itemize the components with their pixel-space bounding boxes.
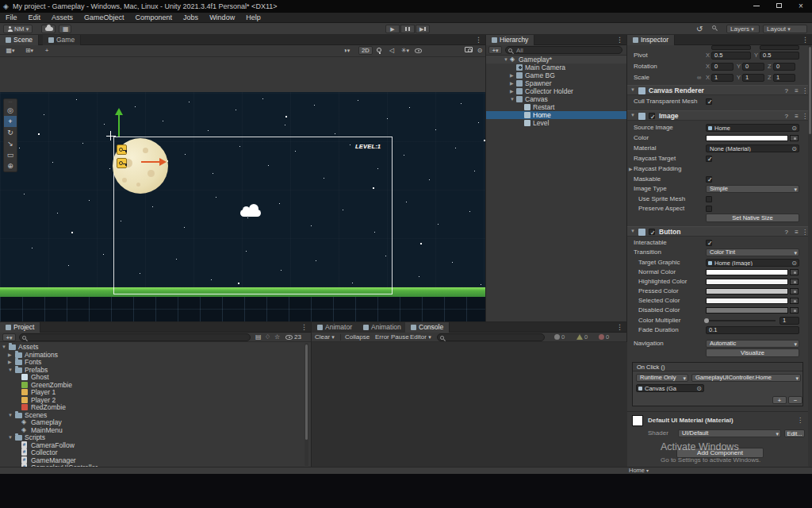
hierarchy-panel-menu-icon[interactable]: ⋮: [616, 35, 623, 45]
project-item-folder[interactable]: Scenes: [0, 411, 311, 419]
material-field[interactable]: None (Material)⊙: [706, 144, 799, 152]
color-picker-icon[interactable]: [790, 135, 799, 141]
pause-button[interactable]: [400, 25, 415, 33]
image-component-header[interactable]: Image ? ≡ ⋮: [627, 110, 812, 121]
tab-animation[interactable]: Animation: [358, 322, 408, 333]
hierarchy-item[interactable]: Main Camera: [486, 64, 626, 71]
event-function-dropdown[interactable]: GameplayUIController.Home: [691, 374, 801, 382]
hierarchy-item[interactable]: Spawner: [486, 79, 626, 87]
menu-assets[interactable]: Assets: [46, 13, 79, 23]
menu-edit[interactable]: Edit: [23, 13, 47, 23]
normal-color-swatch[interactable]: [706, 269, 788, 275]
project-search-field[interactable]: [19, 333, 251, 341]
add-event-button[interactable]: +: [772, 396, 787, 404]
hierarchy-item-selected[interactable]: Home: [486, 111, 626, 119]
rotation-y-field[interactable]: 0: [742, 63, 764, 71]
hierarchy-search-field[interactable]: [505, 46, 622, 54]
raycast-target-checkbox[interactable]: [706, 156, 712, 162]
project-item-prefab[interactable]: Player 2: [0, 396, 311, 404]
hierarchy-item[interactable]: Level: [486, 119, 626, 127]
scale-y-field[interactable]: 1: [742, 74, 764, 82]
add-component-button[interactable]: Add Component: [676, 448, 764, 458]
view-tool-button[interactable]: ◎: [4, 105, 17, 116]
pivot-x-field[interactable]: 0.5: [711, 52, 751, 60]
menu-component[interactable]: Component: [130, 13, 178, 23]
account-dropdown[interactable]: NM ▾: [3, 25, 33, 33]
create-object-button[interactable]: +▾: [488, 46, 502, 54]
help-icon[interactable]: ?: [785, 227, 788, 237]
navigation-dropdown[interactable]: Automatic: [706, 340, 799, 348]
hierarchy-item[interactable]: Canvas: [486, 95, 626, 103]
gizmo-y-axis-arrowhead[interactable]: [115, 108, 123, 115]
collapse-toggle[interactable]: Collapse: [345, 333, 370, 342]
rotate-tool-button[interactable]: ↻: [4, 127, 17, 138]
cloud-services-button[interactable]: [41, 25, 56, 33]
hidden-packages-toggle[interactable]: 23: [285, 333, 301, 342]
audio-toggle-icon[interactable]: ◁: [387, 46, 396, 56]
scale-link-icon[interactable]: ∞: [697, 73, 701, 83]
target-graphic-field[interactable]: Home (Image)⊙: [706, 259, 799, 267]
project-scrollbar[interactable]: [304, 343, 308, 466]
grid-settings-icon[interactable]: ▦▾: [3, 46, 17, 56]
transform-tool-button[interactable]: ⊕: [4, 160, 17, 171]
shader-dropdown[interactable]: UI/Default: [678, 429, 781, 437]
undo-history-icon[interactable]: ↺: [696, 25, 703, 33]
maximize-button[interactable]: [768, 0, 790, 13]
menu-help[interactable]: Help: [240, 13, 266, 23]
close-button[interactable]: ×: [790, 0, 812, 13]
event-mode-dropdown[interactable]: Runtime Only: [636, 374, 688, 382]
menu-window[interactable]: Window: [204, 13, 240, 23]
gizmo-x-axis-arrow[interactable]: [141, 161, 160, 163]
object-picker-icon[interactable]: ⊙: [791, 125, 797, 132]
rotation-z-field[interactable]: 0: [773, 63, 795, 71]
image-type-dropdown[interactable]: Simple: [706, 185, 799, 193]
more-icon[interactable]: ⋮: [797, 415, 803, 425]
maskable-checkbox[interactable]: [706, 176, 712, 183]
step-button[interactable]: ▶: [416, 25, 430, 33]
tab-hierarchy[interactable]: Hierarchy: [486, 35, 534, 45]
tab-project[interactable]: Project: [0, 322, 40, 333]
menu-gameobject[interactable]: GameObject: [79, 13, 130, 23]
project-item-folder[interactable]: Animations: [0, 351, 311, 359]
button-component-header[interactable]: Button ? ≡ ⋮: [627, 226, 812, 237]
save-search-icon[interactable]: ☆: [274, 333, 280, 342]
project-item-scene[interactable]: ◈Gameplay: [0, 418, 311, 426]
gizmos-dropdown-icon[interactable]: ⊙: [476, 46, 484, 56]
event-target-field[interactable]: Canvas (Ga⊙: [636, 384, 704, 392]
color-picker-icon[interactable]: [790, 307, 799, 314]
clear-button[interactable]: Clear ▾: [315, 333, 335, 342]
raycast-padding-row[interactable]: Raycast Padding: [627, 164, 807, 174]
project-item-prefab[interactable]: Player 1: [0, 388, 311, 396]
menu-file[interactable]: File: [0, 13, 23, 23]
scale-x-field[interactable]: 1: [711, 74, 733, 82]
project-item-script[interactable]: #CameraFollow: [0, 441, 311, 449]
version-control-button[interactable]: ▦: [59, 25, 71, 33]
shader-edit-button[interactable]: Edit...: [784, 429, 805, 437]
project-item-folder[interactable]: Assets: [0, 343, 311, 351]
scrollbar-thumb[interactable]: [305, 344, 308, 440]
visualize-button[interactable]: Visualize: [706, 348, 799, 357]
canvas-renderer-header[interactable]: Canvas Renderer ? ≡ ⋮: [627, 85, 812, 95]
hierarchy-item-scene[interactable]: ◈Gameplay*: [486, 56, 626, 64]
scene-viewport[interactable]: LEVEL:1 ⋯ ◎ + ↻ ↘ ▭ ⊕: [0, 92, 485, 356]
slider-knob[interactable]: [704, 318, 709, 323]
object-picker-icon[interactable]: ⊙: [696, 385, 702, 392]
tool-handle-icon[interactable]: +: [41, 46, 52, 56]
search-by-type-icon[interactable]: ▤: [255, 333, 262, 342]
cloud-sprite[interactable]: [240, 210, 261, 217]
tab-inspector[interactable]: Inspector: [627, 35, 675, 45]
more-icon[interactable]: ⋮: [802, 111, 808, 121]
pivot-y-field[interactable]: 0.5: [760, 52, 799, 60]
console-panel-menu-icon[interactable]: ⋮: [616, 322, 623, 333]
project-item-script[interactable]: #GameManager: [0, 456, 311, 464]
object-picker-icon[interactable]: ⊙: [791, 145, 797, 152]
layout-dropdown[interactable]: Layout ▾: [763, 25, 807, 33]
interactable-checkbox[interactable]: [706, 240, 712, 246]
move-tool-button[interactable]: +: [4, 116, 17, 127]
error-pause-toggle[interactable]: Error Pause: [375, 333, 409, 342]
project-item-prefab[interactable]: GreenZombie: [0, 381, 311, 389]
console-log-area[interactable]: [312, 342, 627, 468]
set-native-size-button[interactable]: Set Native Size: [706, 214, 799, 222]
scene-panel-menu-icon[interactable]: ⋮: [475, 35, 482, 45]
more-icon[interactable]: ⋮: [802, 227, 808, 237]
